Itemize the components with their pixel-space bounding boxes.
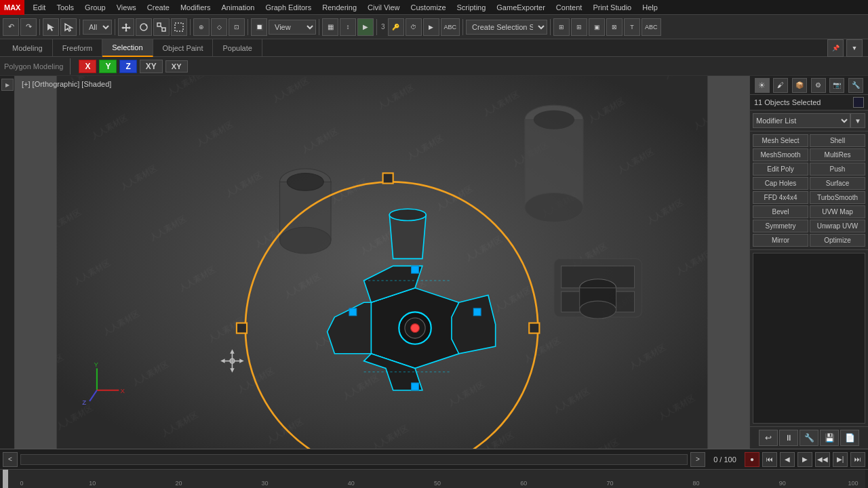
tl-next-frame[interactable]: ▶|: [833, 452, 848, 467]
axis-x-btn[interactable]: X: [79, 60, 96, 73]
panel-icon-wrench[interactable]: 🔧: [848, 78, 863, 93]
panel-icon-camera[interactable]: 📷: [829, 78, 844, 93]
menu-print-studio[interactable]: Print Studio: [587, 0, 637, 15]
mod-uvw-map[interactable]: UVW Map: [810, 205, 865, 218]
tab-pin-btn[interactable]: 📌: [827, 39, 844, 57]
axis-xy-btn[interactable]: XY: [140, 60, 163, 73]
tab-object-paint[interactable]: Object Paint: [153, 39, 214, 57]
toolbar-extra-1[interactable]: ⊞: [553, 18, 570, 36]
menu-tools[interactable]: Tools: [51, 0, 79, 15]
panel-btn-pause[interactable]: ⏸: [779, 430, 798, 446]
key-filters-btn[interactable]: 🔑: [388, 18, 404, 36]
mod-mesh-select[interactable]: Mesh Select: [753, 134, 808, 147]
toolbar-extra-3[interactable]: ▣: [589, 18, 605, 36]
panel-btn-doc[interactable]: 📄: [840, 430, 859, 446]
playback-btn[interactable]: ▶: [423, 18, 439, 36]
select-btn[interactable]: [43, 18, 59, 36]
mod-surface[interactable]: Surface: [810, 177, 865, 190]
transform-btn[interactable]: ⊕: [193, 18, 210, 36]
select-region-btn[interactable]: [60, 18, 77, 36]
menu-scripting[interactable]: Scripting: [452, 0, 492, 15]
scale-btn[interactable]: [153, 18, 170, 36]
select-region2-btn[interactable]: [171, 18, 187, 36]
undo-btn[interactable]: ↶: [3, 18, 19, 36]
render-frame-btn[interactable]: ▦: [322, 18, 338, 36]
left-strip-play[interactable]: ▶: [1, 79, 14, 91]
snap-btn[interactable]: 🔲: [251, 18, 267, 36]
mod-bevel[interactable]: Bevel: [753, 205, 808, 218]
viewport[interactable]: [+] [Orthographic] [Shaded] 人人素材区: [15, 76, 749, 449]
tl-goto-start[interactable]: ⏮: [762, 452, 777, 467]
tl-prev-frame[interactable]: ◀: [780, 452, 795, 467]
mod-mirror[interactable]: Mirror: [753, 234, 808, 247]
panel-icon-box[interactable]: 📦: [792, 78, 807, 93]
axis-z-btn[interactable]: Z: [119, 60, 136, 73]
panel-btn-back[interactable]: ↩: [759, 430, 778, 446]
mod-optimize[interactable]: Optimize: [810, 234, 865, 247]
toolbar-extra-4[interactable]: ⊠: [606, 18, 623, 36]
tl-track[interactable]: [20, 454, 688, 465]
panel-icon-paint[interactable]: 🖌: [773, 78, 788, 93]
mod-edit-poly[interactable]: Edit Poly: [753, 163, 808, 176]
mod-unwrap-uvw[interactable]: Unwrap UVW: [810, 220, 865, 232]
axis-xy2-btn[interactable]: XY: [165, 60, 188, 73]
tab-selection[interactable]: Selection: [102, 39, 153, 57]
render-btn[interactable]: ▶: [357, 18, 374, 36]
tab-freeform[interactable]: Freeform: [53, 39, 103, 57]
toolbar-extra-5[interactable]: T: [624, 18, 640, 36]
menu-group[interactable]: Group: [79, 0, 111, 15]
toolbar-extra-6[interactable]: ABC: [642, 18, 661, 36]
panel-btn-tool[interactable]: 🔧: [800, 430, 818, 446]
tab-modeling[interactable]: Modeling: [3, 39, 53, 57]
mod-shell[interactable]: Shell: [810, 134, 865, 147]
track-bar[interactable]: 0 10 20 30 40 50 60 70 80 90 100: [0, 469, 868, 488]
toolbar-extra-2[interactable]: ⊞: [571, 18, 587, 36]
menu-rendering[interactable]: Rendering: [317, 0, 362, 15]
mirror-btn[interactable]: ◇: [211, 18, 227, 36]
obj-color-swatch[interactable]: [853, 97, 864, 108]
create-selection-dropdown[interactable]: Create Selection Se...: [466, 20, 547, 35]
mod-symmetry[interactable]: Symmetry: [753, 220, 808, 232]
tl-play-reverse[interactable]: ◀◀: [815, 452, 830, 467]
panel-btn-save[interactable]: 💾: [820, 430, 839, 446]
abc-btn[interactable]: ABC: [441, 18, 460, 36]
redo-btn[interactable]: ↷: [20, 18, 37, 36]
mod-push[interactable]: Push: [810, 163, 865, 176]
mod-ffd4x4[interactable]: FFD 4x4x4: [753, 191, 808, 204]
tl-goto-end[interactable]: ⏭: [850, 452, 865, 467]
tl-prev-btn[interactable]: <: [3, 452, 18, 467]
mod-meshsmooth[interactable]: MeshSmooth: [753, 148, 808, 161]
view-dropdown[interactable]: View: [269, 20, 316, 35]
selection-filter-dropdown[interactable]: All: [83, 20, 112, 35]
mod-multires[interactable]: MultiRes: [810, 148, 865, 161]
mod-turbosmooth[interactable]: TurboSmooth: [810, 191, 865, 204]
rotate-btn[interactable]: [136, 18, 152, 36]
axis-y-btn[interactable]: Y: [99, 60, 117, 73]
move-keys-btn[interactable]: ↕: [340, 18, 356, 36]
menu-modifiers[interactable]: Modifiers: [175, 0, 216, 15]
move-btn[interactable]: [118, 18, 134, 36]
menu-graph-editors[interactable]: Graph Editors: [260, 0, 317, 15]
tab-menu-btn[interactable]: ▼: [846, 39, 863, 57]
menu-edit[interactable]: Edit: [27, 0, 51, 15]
menu-create[interactable]: Create: [142, 0, 175, 15]
menu-views[interactable]: Views: [111, 0, 142, 15]
menu-game-exporter[interactable]: GameExporter: [491, 0, 551, 15]
tab-populate[interactable]: Populate: [213, 39, 262, 57]
menu-civil-view[interactable]: Civil View: [362, 0, 405, 15]
mod-cap-holes[interactable]: Cap Holes: [753, 177, 808, 190]
menu-help[interactable]: Help: [637, 0, 663, 15]
modifier-list-select[interactable]: Modifier List: [753, 113, 850, 128]
menu-animation[interactable]: Animation: [216, 0, 260, 15]
panel-icon-sun[interactable]: ☀: [755, 78, 770, 93]
frame-ruler[interactable]: 0 10 20 30 40 50 60 70 80 90 100: [3, 470, 865, 488]
track-slider[interactable]: [3, 470, 8, 488]
panel-icon-gear[interactable]: ⚙: [811, 78, 826, 93]
tl-key-btn[interactable]: ●: [745, 452, 760, 467]
tl-play[interactable]: ▶: [797, 452, 812, 467]
menu-content[interactable]: Content: [551, 0, 588, 15]
time-config-btn[interactable]: ⏱: [406, 18, 422, 36]
modifier-list-expand-btn[interactable]: ▼: [850, 113, 865, 128]
align-btn[interactable]: ⊡: [229, 18, 245, 36]
tl-next-btn[interactable]: >: [690, 452, 705, 467]
